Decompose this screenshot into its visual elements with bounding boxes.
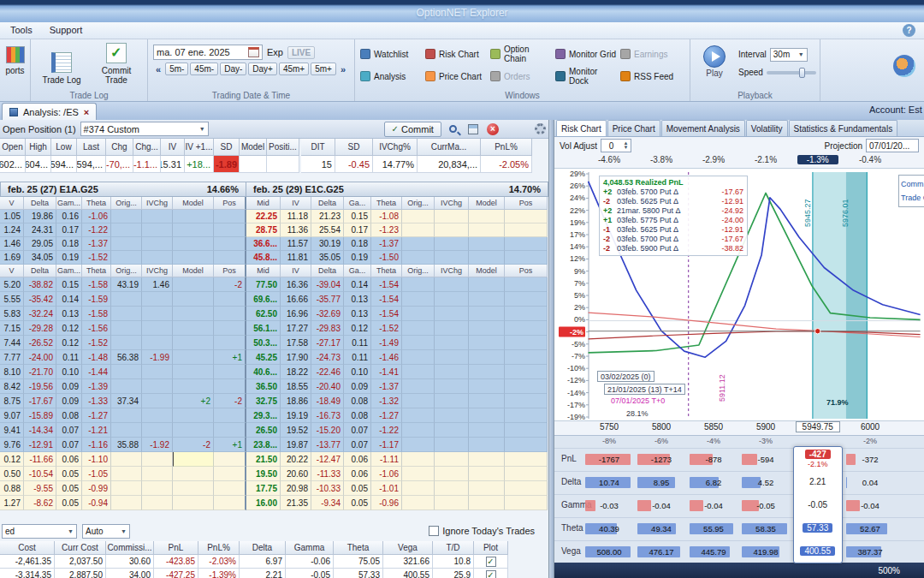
nav-button-5m[interactable]: 5m+ — [311, 63, 336, 75]
reports-button[interactable]: ports — [3, 46, 27, 75]
chain-cell[interactable]: 0.18 — [344, 237, 371, 251]
chain-cell[interactable] — [142, 452, 173, 467]
chain-cell[interactable] — [142, 408, 173, 423]
chain-cell[interactable] — [402, 481, 435, 496]
chain-cell[interactable] — [173, 292, 214, 307]
chain-cell[interactable] — [111, 408, 142, 423]
chain-cell[interactable]: -12.47 — [311, 452, 344, 467]
chain-cell[interactable]: -1.92 — [142, 438, 173, 452]
chain-cell[interactable] — [435, 481, 469, 496]
chain-cell[interactable]: 9.07 — [0, 408, 24, 423]
chain-cell[interactable]: 9.41 — [0, 423, 24, 438]
chain-cell[interactable]: 8.10 — [0, 365, 24, 379]
chain-cell[interactable]: -39.04 — [311, 277, 344, 292]
nav-button-5m[interactable]: 5m- — [165, 63, 188, 75]
chain-cell[interactable]: 20.22 — [281, 452, 311, 467]
chain-cell[interactable] — [111, 452, 142, 467]
chain-cell[interactable] — [402, 365, 435, 379]
chain-cell[interactable]: -1.39 — [82, 379, 111, 394]
chain-cell[interactable] — [142, 481, 173, 496]
chain-cell[interactable]: 18.86 — [281, 394, 311, 408]
floating-trade-box[interactable]: Comm Trade C — [898, 175, 924, 207]
chain-cell[interactable]: 0.09 — [56, 379, 82, 394]
chain-cell[interactable]: 0.12 — [0, 452, 24, 467]
chain-cell[interactable]: -22.46 — [311, 365, 344, 379]
chain-cell[interactable] — [111, 481, 142, 496]
chain-cell[interactable] — [111, 223, 142, 237]
commit-button[interactable]: ✓ Commit — [384, 122, 441, 137]
chain-cell[interactable]: -1.54 — [371, 277, 402, 292]
chain-cell[interactable] — [173, 251, 214, 265]
chain-cell[interactable]: 18.22 — [281, 365, 311, 379]
chain-cell[interactable] — [435, 394, 469, 408]
tab-volatility[interactable]: Volatility — [746, 120, 788, 136]
ribbon-button-trade-log[interactable]: Trade Log — [34, 41, 89, 87]
chain-cell[interactable]: 16.66 — [281, 292, 311, 307]
trade-link[interactable]: Trade C — [901, 191, 924, 205]
chain-cell[interactable]: 0.12 — [56, 321, 82, 336]
chain-cell[interactable] — [214, 423, 246, 438]
tab-risk-chart[interactable]: Risk Chart — [556, 120, 607, 136]
chain-cell[interactable]: -1.17 — [371, 438, 402, 452]
chain-cell[interactable]: 0.14 — [56, 292, 82, 307]
chain-cell[interactable] — [173, 496, 214, 510]
grid-view-button[interactable] — [465, 122, 481, 137]
tab-movement-analysis[interactable]: Movement Analysis — [661, 120, 745, 136]
chain-cell[interactable] — [214, 452, 246, 467]
chain-cell[interactable] — [435, 365, 469, 379]
chain-cell[interactable]: -27.17 — [311, 336, 344, 350]
chain-cell[interactable]: -11.33 — [311, 467, 344, 481]
chain-cell[interactable]: 23.8... — [246, 438, 281, 452]
chain-cell[interactable] — [505, 423, 548, 438]
chain-cell[interactable] — [173, 210, 214, 223]
chain-cell[interactable]: 21.50 — [246, 452, 281, 467]
chain-cell[interactable] — [214, 251, 246, 265]
chain-cell[interactable] — [173, 336, 214, 350]
chain-cell[interactable]: -1.54 — [371, 307, 402, 321]
chain-cell[interactable]: 0.13 — [344, 307, 371, 321]
chain-cell[interactable] — [142, 423, 173, 438]
chain-cell[interactable]: 56.1... — [246, 321, 281, 336]
chain-cell[interactable]: 0.05 — [56, 481, 82, 496]
chain-cell[interactable] — [402, 237, 435, 251]
chain-cell[interactable]: 17.58 — [281, 336, 311, 350]
chain-cell[interactable]: 0.15 — [344, 210, 371, 223]
chain-cell[interactable] — [111, 336, 142, 350]
chain-cell[interactable]: 1.24 — [0, 223, 24, 237]
chain-cell[interactable]: 17.75 — [246, 481, 281, 496]
chain-cell[interactable] — [111, 307, 142, 321]
chain-cell[interactable] — [173, 452, 214, 467]
chain-cell[interactable]: -1.27 — [82, 408, 111, 423]
chain-cell[interactable] — [469, 277, 505, 292]
menu-item-tools[interactable]: Tools — [2, 22, 41, 39]
chain-cell[interactable]: -1.16 — [82, 438, 111, 452]
chain-cell[interactable] — [142, 467, 173, 481]
chain-cell[interactable]: -0.99 — [82, 481, 111, 496]
chain-cell[interactable]: 29.3... — [246, 408, 281, 423]
chain-cell[interactable]: 0.12 — [56, 336, 82, 350]
chain-cell[interactable]: 36.50 — [246, 379, 281, 394]
nav-button-day[interactable]: Day+ — [248, 63, 277, 75]
chain-cell[interactable]: 22.25 — [246, 210, 281, 223]
chain-cell[interactable]: -1.22 — [371, 423, 402, 438]
chain-cell[interactable]: 7.15 — [0, 321, 24, 336]
chain-cell[interactable]: 8.75 — [0, 394, 24, 408]
window-toggle-orders[interactable]: Orders — [489, 70, 554, 82]
chain-cell[interactable] — [435, 336, 469, 350]
chain-cell[interactable] — [214, 223, 246, 237]
chain-cell[interactable] — [469, 210, 505, 223]
chain-cell[interactable] — [435, 307, 469, 321]
chain-cell[interactable]: -11.66 — [24, 452, 56, 467]
chain-cell[interactable] — [214, 210, 246, 223]
window-toggle-monitor-grid[interactable]: Monitor Grid — [554, 48, 619, 60]
projection-date-input[interactable]: 07/01/20... — [866, 139, 919, 152]
chain-cell[interactable]: -2 — [214, 394, 246, 408]
chain-cell[interactable]: +1 — [214, 350, 246, 365]
chain-cell[interactable]: 0.05 — [56, 496, 82, 510]
chain-cell[interactable] — [505, 452, 548, 467]
chain-cell[interactable] — [402, 467, 435, 481]
auto-select[interactable]: Auto ▼ — [82, 524, 130, 539]
chain-cell[interactable]: -1.41 — [371, 365, 402, 379]
chain-cell[interactable]: 19.50 — [246, 467, 281, 481]
chain-cell[interactable]: 77.50 — [246, 277, 281, 292]
